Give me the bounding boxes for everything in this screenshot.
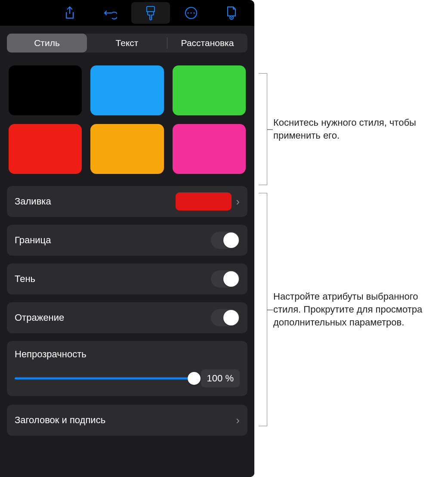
callouts-region: Коснитесь нужного стиля, чтобы применить… xyxy=(254,0,448,477)
share-icon xyxy=(64,6,76,20)
toggle-knob xyxy=(223,310,239,325)
border-toggle[interactable] xyxy=(211,232,240,249)
title-caption-label: Заголовок и подпись xyxy=(15,415,236,426)
opacity-value[interactable]: 100 % xyxy=(201,369,240,387)
opacity-slider[interactable] xyxy=(15,372,194,385)
style-swatch-blue[interactable] xyxy=(90,65,164,115)
style-swatch-pink[interactable] xyxy=(173,124,246,174)
share-button[interactable] xyxy=(50,2,89,24)
undo-button[interactable] xyxy=(91,2,130,24)
panel-content: Стиль Текст Расстановка Заливка › Границ… xyxy=(0,26,254,477)
format-panel: Стиль Текст Расстановка Заливка › Границ… xyxy=(0,0,254,477)
shadow-label: Тень xyxy=(15,273,211,285)
fill-color-chip xyxy=(176,192,232,211)
opacity-block: Непрозрачность 100 % xyxy=(7,341,247,396)
border-label: Граница xyxy=(15,235,211,246)
segment-control: Стиль Текст Расстановка xyxy=(7,34,247,53)
slider-thumb[interactable] xyxy=(188,372,201,385)
callout-attributes-text: Настройте атрибуты выбранного стиля. Про… xyxy=(273,290,445,328)
bracket-icon xyxy=(259,73,267,185)
style-swatch-grid xyxy=(7,65,247,174)
tab-arrange[interactable]: Расстановка xyxy=(167,34,247,53)
reflection-row[interactable]: Отражение xyxy=(7,302,247,333)
opacity-slider-row: 100 % xyxy=(15,369,240,387)
shadow-toggle[interactable] xyxy=(211,270,240,288)
more-icon xyxy=(184,6,198,20)
svg-point-3 xyxy=(194,12,195,13)
tab-text[interactable]: Текст xyxy=(87,34,167,53)
document-view-icon xyxy=(225,6,238,20)
format-button[interactable] xyxy=(131,2,170,24)
top-toolbar xyxy=(0,0,254,26)
document-view-button[interactable] xyxy=(212,2,251,24)
opacity-label: Непрозрачность xyxy=(15,349,240,360)
toggle-knob xyxy=(223,232,239,248)
title-caption-row[interactable]: Заголовок и подпись › xyxy=(7,405,247,436)
callout-attributes: Настройте атрибуты выбранного стиля. Про… xyxy=(259,193,445,426)
shadow-row[interactable]: Тень xyxy=(7,263,247,294)
style-swatch-black[interactable] xyxy=(9,65,82,115)
format-brush-icon xyxy=(144,6,157,20)
fill-label: Заливка xyxy=(15,196,176,207)
reflection-toggle[interactable] xyxy=(211,309,240,326)
reflection-label: Отражение xyxy=(15,312,211,323)
bracket-icon xyxy=(259,193,267,426)
chevron-right-icon: › xyxy=(236,414,240,427)
svg-point-2 xyxy=(191,12,192,13)
undo-icon xyxy=(103,6,117,19)
callout-styles-text: Коснитесь нужного стиля, чтобы применить… xyxy=(273,116,445,142)
svg-point-1 xyxy=(188,12,189,13)
callout-styles: Коснитесь нужного стиля, чтобы применить… xyxy=(259,73,445,185)
more-button[interactable] xyxy=(172,2,210,24)
toggle-knob xyxy=(223,271,239,287)
slider-track xyxy=(15,378,194,380)
tab-style[interactable]: Стиль xyxy=(7,34,87,53)
style-swatch-red[interactable] xyxy=(9,124,82,174)
border-row[interactable]: Граница xyxy=(7,225,247,256)
style-swatch-orange[interactable] xyxy=(90,124,164,174)
chevron-right-icon: › xyxy=(236,195,240,208)
style-swatch-green[interactable] xyxy=(173,65,246,115)
fill-row[interactable]: Заливка › xyxy=(7,186,247,217)
svg-point-5 xyxy=(231,17,232,18)
